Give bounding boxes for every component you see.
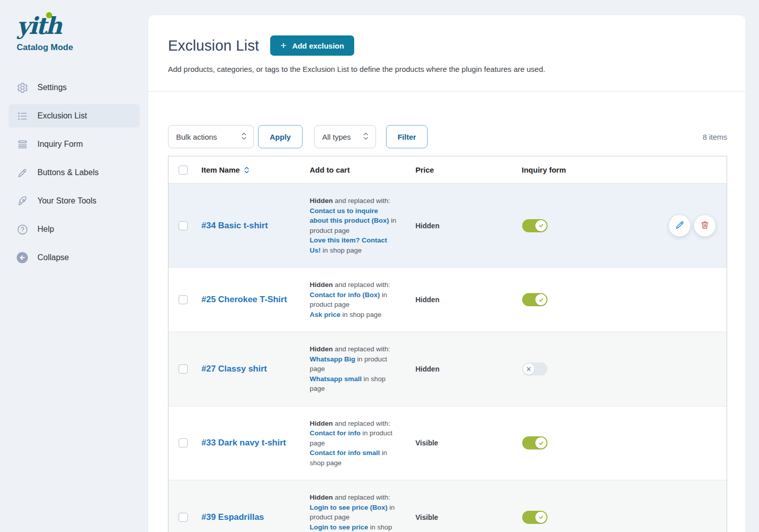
row-checkbox[interactable] [179,438,188,447]
inquiry-form-cell [522,511,727,524]
sidebar-item-settings[interactable]: Settings [9,76,140,99]
filter-button[interactable]: Filter [386,125,428,148]
add-to-cart-cell: Hidden and replaced with:Whatsapp Big in… [310,332,415,406]
toolbar: Bulk actions Apply All types Filter 8 it… [168,125,727,148]
sort-icon[interactable] [244,166,249,174]
column-inquiry-form: Inquiry form [522,166,727,174]
replacement-product-page-link[interactable]: Contact us to inquire about this product… [310,207,389,225]
replacement-shop-page-link[interactable]: Ask price [310,311,341,318]
inquiry-toggle-on[interactable] [522,293,547,306]
sidebar-item-label: Settings [37,83,67,92]
row-checkbox[interactable] [179,513,188,522]
item-name-link[interactable]: #25 Cherokee T-Shirt [201,295,287,304]
sidebar: yith Catalog Mode SettingsExclusion List… [0,0,148,532]
add-to-cart-cell: Hidden and replaced with:Contact for inf… [310,406,415,480]
inquiry-form-cell [522,436,727,449]
sidebar-menu: SettingsExclusion ListInquiry FormButton… [0,76,148,241]
replacement-shop-page-link[interactable]: Love this item? Contact Us! [310,236,387,254]
replacement-product-page-link[interactable]: Contact for info [310,429,361,437]
sidebar-item-collapse[interactable]: Collapse [9,246,140,269]
inquiry-form-cell [522,362,727,376]
sidebar-item-label: Exclusion List [37,111,87,120]
bulk-actions-value: Bulk actions [176,133,217,141]
gear-icon [16,81,28,94]
sidebar-item-help[interactable]: Help [9,218,140,241]
add-to-cart-cell: Hidden and replaced with:Contact us to i… [310,184,415,267]
toggle-check-icon [535,512,546,523]
hidden-status-label: Hidden [310,494,333,501]
price-status: Visible [415,439,522,447]
table-row: #25 Cherokee T-ShirtHidden and replaced … [168,268,727,332]
replacement-shop-page-link[interactable]: Contact for info small [310,449,380,457]
page-header: Exclusion List + Add exclusion Add produ… [148,15,745,92]
column-add-to-cart: Add to cart [310,166,415,174]
yith-logo-text: yith [17,12,61,39]
exclusion-table: Item Name Add to cart Price Inquiry form… [168,156,727,532]
price-status: Visible [415,513,522,521]
select-chevrons-icon [241,132,247,142]
sidebar-item-label: Collapse [37,253,69,262]
column-item-name[interactable]: Item Name [201,166,240,174]
table-header-row: Item Name Add to cart Price Inquiry form [168,156,727,184]
row-checkbox[interactable] [179,295,188,304]
row-checkbox[interactable] [179,221,188,230]
item-name-link[interactable]: #27 Classy shirt [201,364,267,374]
delete-button[interactable] [694,215,715,236]
hidden-status-label: Hidden [310,420,333,427]
toggle-check-icon [535,437,546,448]
table-row: #34 Basic t-shirtHidden and replaced wit… [168,184,727,268]
replacement-shop-page-link[interactable]: Login to see price [310,523,368,531]
plugin-name: Catalog Mode [17,43,148,53]
add-exclusion-label: Add exclusion [292,42,344,50]
row-checkbox[interactable] [179,364,188,374]
rocket-icon [16,195,28,207]
add-exclusion-button[interactable]: + Add exclusion [270,35,354,56]
add-to-cart-cell: Hidden and replaced with:Login to see pr… [310,480,415,532]
inquiry-toggle-off[interactable] [522,362,547,376]
inquiry-toggle-on[interactable] [522,511,547,524]
page-title: Exclusion List [168,37,259,54]
toggle-check-icon [535,220,546,231]
table-body: #34 Basic t-shirtHidden and replaced wit… [168,184,727,532]
sidebar-item-your-store-tools[interactable]: Your Store Tools [9,189,140,213]
item-name-link[interactable]: #33 Dark navy t-shirt [201,438,286,447]
table-row: #39 EspadrillasHidden and replaced with:… [168,480,727,532]
collapse-arrow-icon [16,252,28,264]
price-status: Hidden [415,296,522,304]
sidebar-item-label: Your Store Tools [37,196,97,206]
main-panel: Exclusion List + Add exclusion Add produ… [148,15,745,532]
replacement-product-page-link[interactable]: Login to see price (Box) [310,504,388,511]
inquiry-form-cell [522,293,727,306]
sidebar-item-buttons-labels[interactable]: Buttons & Labels [9,161,140,184]
edit-button[interactable] [669,215,690,236]
sidebar-item-inquiry-form[interactable]: Inquiry Form [9,133,140,156]
replacement-shop-page-link[interactable]: Whatsapp small [310,375,362,383]
sidebar-item-label: Help [37,225,54,234]
inquiry-form-cell [522,215,727,236]
hidden-status-label: Hidden [310,345,333,353]
sidebar-item-exclusion-list[interactable]: Exclusion List [9,104,140,128]
item-name-link[interactable]: #34 Basic t-shirt [201,221,268,230]
item-name-link[interactable]: #39 Espadrillas [201,512,264,522]
toggle-check-icon [535,294,546,305]
price-status: Hidden [415,365,522,373]
add-to-cart-cell: Hidden and replaced with:Contact for inf… [310,268,415,332]
toggle-x-icon [523,363,534,375]
yith-logo-dot [46,12,52,18]
inquiry-toggle-on[interactable] [522,436,547,449]
items-count: 8 items [428,133,727,141]
replacement-product-page-link[interactable]: Whatsapp Big [310,355,355,363]
yith-logo: yith [17,14,61,37]
pen-icon [16,167,28,179]
pencil-icon [674,220,685,232]
plus-icon: + [280,40,286,51]
sidebar-item-label: Buttons & Labels [37,168,99,177]
price-status: Hidden [415,222,522,230]
type-filter-select[interactable]: All types [314,125,376,148]
bulk-actions-select[interactable]: Bulk actions [168,125,254,148]
inquiry-toggle-on[interactable] [522,219,547,232]
type-filter-value: All types [322,133,351,141]
select-all-checkbox[interactable] [179,166,188,175]
replacement-product-page-link[interactable]: Contact for info (Box) [310,291,380,299]
apply-button[interactable]: Apply [258,125,303,148]
